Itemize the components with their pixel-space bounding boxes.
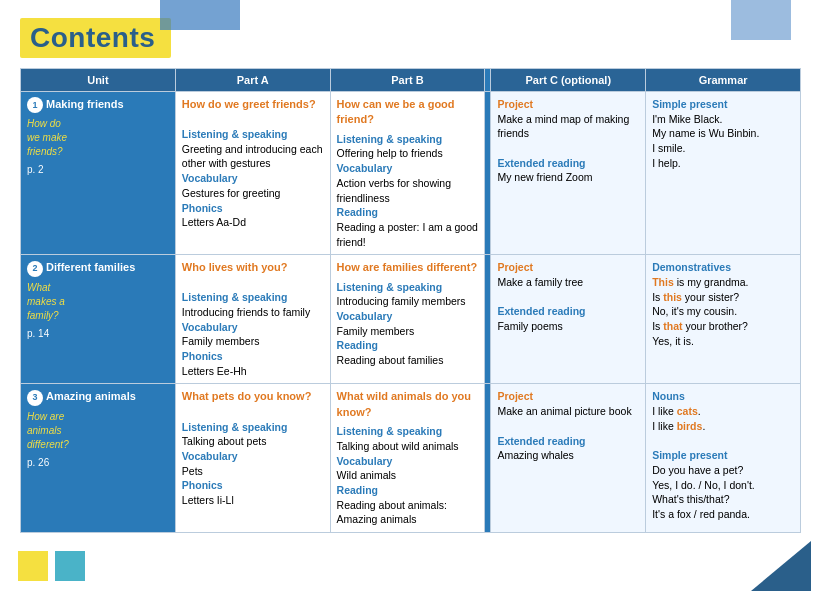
unit-cell-2: 2Different families Whatmakes afamily? p… bbox=[21, 255, 176, 384]
parta-cell-2: Who lives with you? Listening & speaking… bbox=[175, 255, 330, 384]
parta-ls-3: Talking about pets bbox=[182, 435, 267, 447]
partb-vocab-label-2: Vocabulary bbox=[337, 310, 393, 322]
partb-ls-3: Talking about wild animals bbox=[337, 440, 459, 452]
parta-vocab-1: Gestures for greeting bbox=[182, 187, 281, 199]
unit-number-1: 1 bbox=[27, 97, 43, 113]
parta-ls-label-2: Listening & speaking bbox=[182, 291, 288, 303]
partb-vocab-label-1: Vocabulary bbox=[337, 162, 393, 174]
unit-cell-3: 3Amazing animals How areanimalsdifferent… bbox=[21, 384, 176, 533]
page-title: Contents bbox=[20, 18, 171, 58]
parta-main-q-1: How do we greet friends? bbox=[182, 97, 324, 112]
parta-ls-label-3: Listening & speaking bbox=[182, 421, 288, 433]
parta-phonics-1: Letters Aa-Dd bbox=[182, 216, 246, 228]
parta-main-q-3: What pets do you know? bbox=[182, 389, 324, 404]
parta-cell-1: How do we greet friends? Listening & spe… bbox=[175, 92, 330, 255]
partc-cell-1: Project Make a mind map of making friend… bbox=[491, 92, 646, 255]
parta-vocab-label-3: Vocabulary bbox=[182, 450, 238, 462]
col-header-parta: Part A bbox=[175, 69, 330, 92]
parta-phonics-label-1: Phonics bbox=[182, 202, 223, 214]
grammar-text-2e: Is bbox=[652, 320, 663, 332]
grammar-nouns-like1: I like bbox=[652, 405, 677, 417]
grammar-cell-3: Nouns I like cats. I like birds. Simple … bbox=[646, 384, 801, 533]
col-header-unit: Unit bbox=[21, 69, 176, 92]
partb-reading-label-2: Reading bbox=[337, 339, 378, 351]
partb-vocab-label-3: Vocabulary bbox=[337, 455, 393, 467]
partb-ls-label-3: Listening & speaking bbox=[337, 425, 443, 437]
unit-question-2: Whatmakes afamily? bbox=[27, 281, 169, 323]
partb-cell-2: How are families different? Listening & … bbox=[330, 255, 485, 384]
grammar-text-2g: Yes, it is. bbox=[652, 335, 694, 347]
partb-main-q-1: How can we be a good friend? bbox=[337, 97, 479, 128]
partc-project-1: Make a mind map of making friends bbox=[497, 113, 629, 140]
unit-name-2: Different families bbox=[46, 261, 135, 273]
col-header-grammar: Grammar bbox=[646, 69, 801, 92]
partc-extended-label-3: Extended reading bbox=[497, 435, 585, 447]
parta-vocab-label-1: Vocabulary bbox=[182, 172, 238, 184]
partb-reading-label-1: Reading bbox=[337, 206, 378, 218]
grammar-nouns-like2: I like bbox=[652, 420, 677, 432]
parta-phonics-label-2: Phonics bbox=[182, 350, 223, 362]
table-row: 3Amazing animals How areanimalsdifferent… bbox=[21, 384, 801, 533]
col-header-partc: Part C (optional) bbox=[491, 69, 646, 92]
partc-cell-3: Project Make an animal picture book Exte… bbox=[491, 384, 646, 533]
partb-cell-1: How can we be a good friend? Listening &… bbox=[330, 92, 485, 255]
grammar-that: that bbox=[663, 320, 682, 332]
partc-extended-label-2: Extended reading bbox=[497, 305, 585, 317]
partc-project-2: Make a family tree bbox=[497, 276, 583, 288]
parta-phonics-3: Letters Ii-Ll bbox=[182, 494, 234, 506]
grammar-term-2: Demonstratives bbox=[652, 261, 731, 273]
parta-ls-2: Introducing friends to family bbox=[182, 306, 310, 318]
partc-project-3: Make an animal picture book bbox=[497, 405, 631, 417]
parta-vocab-3: Pets bbox=[182, 465, 203, 477]
partc-project-label-1: Project bbox=[497, 98, 533, 110]
grammar-text-2d: No, it's my cousin. bbox=[652, 305, 737, 317]
partb-reading-2: Reading about families bbox=[337, 354, 444, 366]
unit-number-2: 2 bbox=[27, 261, 43, 277]
parta-cell-3: What pets do you know? Listening & speak… bbox=[175, 384, 330, 533]
partb-vocab-3: Wild animals bbox=[337, 469, 397, 481]
grammar-term-3b: Simple present bbox=[652, 449, 727, 461]
partc-cell-2: Project Make a family tree Extended read… bbox=[491, 255, 646, 384]
deco-bottom-left-yellow bbox=[18, 551, 48, 581]
grammar-cell-2: Demonstratives This is my grandma. Is th… bbox=[646, 255, 801, 384]
grammar-sp-text-3: Do you have a pet?Yes, I do. / No, I don… bbox=[652, 464, 755, 520]
parta-main-q-2: Who lives with you? bbox=[182, 260, 324, 275]
partb-reading-label-3: Reading bbox=[337, 484, 378, 496]
grammar-text-2a: is my grandma. bbox=[674, 276, 749, 288]
grammar-this-2: this bbox=[663, 291, 682, 303]
col-header-partb: Part B bbox=[330, 69, 485, 92]
table-row: 2Different families Whatmakes afamily? p… bbox=[21, 255, 801, 384]
deco-top-left bbox=[160, 0, 240, 30]
grammar-text-2b: Is bbox=[652, 291, 663, 303]
parta-phonics-2: Letters Ee-Hh bbox=[182, 365, 247, 377]
parta-vocab-2: Family members bbox=[182, 335, 260, 347]
partb-ls-2: Introducing family members bbox=[337, 295, 466, 307]
partc-extended-1: My new friend Zoom bbox=[497, 171, 592, 183]
deco-top-right bbox=[731, 0, 791, 40]
unit-number-3: 3 bbox=[27, 390, 43, 406]
unit-name-1: Making friends bbox=[46, 98, 124, 110]
partb-ls-label-1: Listening & speaking bbox=[337, 133, 443, 145]
deco-bottom-right bbox=[751, 541, 811, 591]
partc-extended-3: Amazing whales bbox=[497, 449, 573, 461]
grammar-text-2f: your brother? bbox=[683, 320, 748, 332]
parta-phonics-label-3: Phonics bbox=[182, 479, 223, 491]
partc-project-label-2: Project bbox=[497, 261, 533, 273]
partb-vocab-2: Family members bbox=[337, 325, 415, 337]
parta-vocab-label-2: Vocabulary bbox=[182, 321, 238, 333]
grammar-text-2c: your sister? bbox=[682, 291, 739, 303]
grammar-term-3a: Nouns bbox=[652, 390, 685, 402]
grammar-cell-1: Simple present I'm Mike Black.My name is… bbox=[646, 92, 801, 255]
unit-page-2: p. 14 bbox=[27, 327, 169, 341]
grammar-term-1: Simple present bbox=[652, 98, 727, 110]
partb-ls-label-2: Listening & speaking bbox=[337, 281, 443, 293]
contents-table: Unit Part A Part B Part C (optional) Gra… bbox=[20, 68, 801, 533]
parta-ls-1: Greeting and introducing each other with… bbox=[182, 143, 323, 170]
partc-project-label-3: Project bbox=[497, 390, 533, 402]
partb-reading-3: Reading about animals: Amazing animals bbox=[337, 499, 447, 526]
grammar-text-1: I'm Mike Black.My name is Wu Binbin.I sm… bbox=[652, 113, 759, 169]
partc-extended-2: Family poems bbox=[497, 320, 562, 332]
deco-bottom-left-blue bbox=[55, 551, 85, 581]
partb-ls-1: Offering help to friends bbox=[337, 147, 443, 159]
grammar-period1: . bbox=[698, 405, 701, 417]
